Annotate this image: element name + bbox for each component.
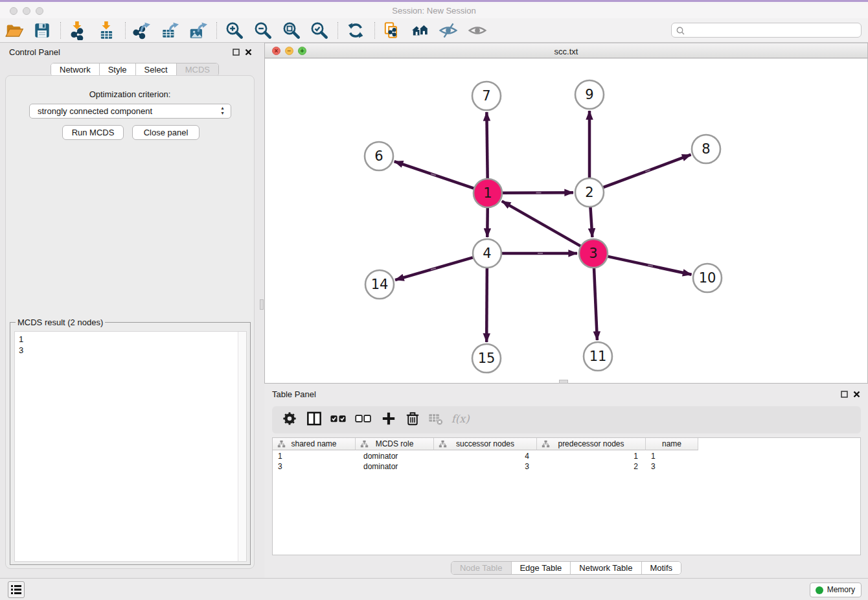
float-table-panel-icon[interactable] <box>841 389 848 400</box>
import-table-icon[interactable] <box>97 21 117 40</box>
svg-text:2: 2 <box>585 185 593 200</box>
list-icon <box>8 582 24 597</box>
svg-text:9: 9 <box>585 87 593 102</box>
window-title: Session: New Session <box>0 6 868 16</box>
graph-edge-3-1[interactable] <box>502 201 581 246</box>
houses-icon[interactable] <box>411 21 430 40</box>
table-toolbar: f(x) <box>272 406 861 433</box>
table-cell[interactable]: 4 <box>434 451 537 461</box>
graph-node-3[interactable]: 3 <box>579 239 608 268</box>
plus-icon[interactable] <box>380 410 398 430</box>
graph-node-11[interactable]: 11 <box>584 342 612 371</box>
mcds-panel: Optimization criterion: strongly connect… <box>5 75 255 569</box>
tab-select[interactable]: Select <box>135 63 176 76</box>
network-window-title: scc.txt <box>265 47 867 56</box>
graph-node-7[interactable]: 7 <box>472 82 501 110</box>
graph-node-2[interactable]: 2 <box>575 178 604 207</box>
export-network-icon[interactable] <box>131 21 151 40</box>
vertical-splitter-handle[interactable] <box>260 299 264 310</box>
close-table-panel-icon[interactable] <box>853 389 860 400</box>
clone-network-icon[interactable] <box>382 21 402 40</box>
table-cell[interactable]: dominator <box>356 451 434 461</box>
export-table-icon[interactable] <box>160 21 179 40</box>
tab-node-table[interactable]: Node Table <box>451 562 511 574</box>
tab-edge-table[interactable]: Edge Table <box>510 562 570 574</box>
tab-style[interactable]: Style <box>99 63 135 76</box>
zoom-out-icon[interactable] <box>253 21 273 40</box>
zoom-in-icon[interactable] <box>225 21 244 40</box>
zoom-selected-icon[interactable] <box>310 21 329 40</box>
check-pair-icon[interactable] <box>330 410 348 430</box>
mcds-result-title: MCDS result (2 nodes) <box>16 317 105 327</box>
table-cell[interactable]: 3 <box>273 461 356 472</box>
svg-text:4: 4 <box>483 246 491 261</box>
uncheck-pair-icon[interactable] <box>355 410 372 430</box>
run-mcds-button[interactable]: Run MCDS <box>62 125 124 140</box>
column-header-shared-name[interactable]: shared name <box>273 438 356 450</box>
main-toolbar <box>0 18 868 43</box>
network-canvas[interactable]: 7968124314101511 <box>265 59 867 383</box>
table-cell[interactable]: 1 <box>273 451 356 461</box>
table-x-icon <box>428 410 445 430</box>
memory-status-icon <box>816 586 823 594</box>
node-table[interactable]: shared nameMCDS rolesuccessor nodesprede… <box>272 437 861 555</box>
memory-button[interactable]: Memory <box>810 583 862 597</box>
save-session-icon[interactable] <box>32 21 52 40</box>
graph-edge-3-11[interactable] <box>594 268 597 340</box>
search-input[interactable] <box>687 24 856 36</box>
table-cell[interactable]: 2 <box>537 461 646 472</box>
close-panel-icon[interactable] <box>245 47 252 58</box>
toolbar-separator <box>60 22 61 39</box>
graph-node-10[interactable]: 10 <box>693 264 722 292</box>
toolbar-separator <box>374 22 375 39</box>
gear-icon[interactable] <box>281 410 299 430</box>
table-cell[interactable]: 3 <box>646 461 698 472</box>
tab-network[interactable]: Network <box>51 63 99 76</box>
graph-node-1[interactable]: 1 <box>474 179 502 207</box>
criterion-dropdown[interactable]: strongly connected component ▴▾ <box>29 104 231 119</box>
table-cell[interactable]: 3 <box>434 461 537 472</box>
svg-text:1: 1 <box>483 185 492 201</box>
table-cell[interactable]: 1 <box>646 451 698 461</box>
search-box[interactable] <box>671 23 862 38</box>
svg-text:7: 7 <box>482 88 490 104</box>
result-scrollbar[interactable] <box>238 332 246 561</box>
result-value: 3 <box>19 345 242 356</box>
eye-icon[interactable] <box>468 21 487 40</box>
column-header-name[interactable]: name <box>646 438 698 450</box>
open-session-icon[interactable] <box>5 21 24 40</box>
column-header-successor-nodes[interactable]: successor nodes <box>434 438 537 450</box>
table-cell[interactable]: 1 <box>537 451 646 461</box>
tab-network-table[interactable]: Network Table <box>570 562 641 574</box>
search-icon <box>676 26 686 36</box>
network-window-titlebar[interactable]: × − + scc.txt <box>265 43 867 58</box>
export-image-icon[interactable] <box>188 21 207 40</box>
graph-node-15[interactable]: 15 <box>472 344 501 373</box>
column-header-MCDS-role[interactable]: MCDS role <box>356 438 434 450</box>
graph-edge-1-7[interactable] <box>486 112 487 179</box>
graph-node-9[interactable]: 9 <box>575 80 604 109</box>
close-panel-button[interactable]: Close panel <box>132 125 200 140</box>
eye-slash-icon[interactable] <box>439 21 458 40</box>
graph-edge-2-3[interactable] <box>590 207 592 237</box>
graph-node-8[interactable]: 8 <box>692 135 720 163</box>
svg-text:10: 10 <box>699 270 716 286</box>
zoom-fit-icon[interactable] <box>282 21 301 40</box>
column-header-predecessor-nodes[interactable]: predecessor nodes <box>537 438 646 450</box>
tab-mcds[interactable]: MCDS <box>176 63 218 76</box>
graph-node-14[interactable]: 14 <box>365 270 394 299</box>
trash-icon[interactable] <box>404 410 422 430</box>
optimization-label: Optimization criterion: <box>6 89 254 99</box>
task-history-button[interactable] <box>8 581 25 598</box>
table-cell[interactable]: dominator <box>356 461 434 472</box>
refresh-icon[interactable] <box>346 21 365 40</box>
mcds-result-values: 13 <box>15 332 246 358</box>
split-pane-icon[interactable] <box>306 410 323 430</box>
float-panel-icon[interactable] <box>233 47 240 58</box>
toolbar-separator <box>125 22 126 39</box>
graph-edge-4-15[interactable] <box>486 268 487 342</box>
graph-node-6[interactable]: 6 <box>365 142 393 170</box>
tab-motifs[interactable]: Motifs <box>641 562 681 574</box>
graph-node-4[interactable]: 4 <box>473 239 501 268</box>
import-network-icon[interactable] <box>68 21 87 40</box>
